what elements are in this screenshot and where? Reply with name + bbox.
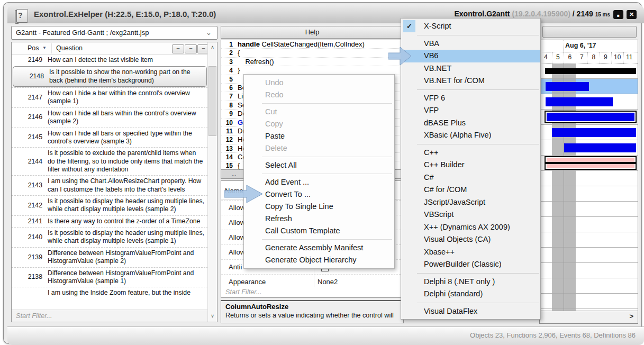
status-summary: Objects 23, Functions 2,906, Events 68, …	[470, 331, 636, 339]
question-row[interactable]: 2146How can I hide all bars within the c…	[12, 107, 208, 128]
menu-item-dbase-plus[interactable]: dBASE Plus	[401, 117, 540, 130]
menu-item-powerbuilder[interactable]: PowerBuilder (Classic)	[401, 258, 540, 271]
scroll-right-icon[interactable]: >	[629, 312, 633, 320]
minimize-button[interactable]: ■	[613, 10, 623, 19]
menu-item-generate-object-hierarchy[interactable]: Generate Object Hierarchy	[244, 254, 394, 266]
close-button[interactable]: ✕	[627, 10, 637, 19]
scrollbar-thumb[interactable]	[208, 66, 216, 136]
status-bar: Objects 23, Functions 2,906, Events 68, …	[7, 326, 644, 345]
code-line[interactable]: 2{	[221, 49, 403, 57]
menu-item-vbnet-com[interactable]: VB.NET for /COM	[401, 75, 540, 87]
menu-item-visual-dataflex[interactable]: Visual DataFlex	[401, 305, 540, 318]
gantt-bar-task[interactable]	[552, 128, 636, 137]
question-row-selected[interactable]: 2148Is it possible to show the non-worki…	[13, 66, 207, 87]
question-row[interactable]: 2140Is it possible to display the header…	[12, 227, 208, 247]
gantt-month-label: Aug 6, '17	[565, 42, 596, 49]
column-header-question[interactable]: Question	[56, 44, 83, 52]
menu-item-add-event[interactable]: Add Event ...	[244, 176, 394, 188]
question-row[interactable]: 2149How can I detect the last visible it…	[12, 55, 208, 66]
scroll-up-icon[interactable]: ∧	[208, 42, 217, 52]
gantt-bar-task[interactable]	[564, 143, 636, 152]
question-row-clipped[interactable]: I am using the Inside Zoom feature, but …	[12, 287, 208, 297]
question-mark-glyph: ?	[18, 11, 23, 20]
menu-item-visual-objects[interactable]: Visual Objects (CA)	[401, 233, 540, 246]
menu-item-vbnet[interactable]: VB.NET	[401, 62, 540, 75]
gantt-day-cell[interactable]: 7	[576, 52, 588, 63]
menu-item-csharp-com[interactable]: C# for /COM	[401, 184, 540, 196]
menu-item-vbscript[interactable]: VBScript	[401, 208, 540, 221]
gantt-hscrollbar[interactable]: >	[540, 311, 638, 323]
menu-item-delete[interactable]: Delete	[244, 142, 394, 155]
column-header-pos[interactable]: Pos	[28, 44, 39, 52]
menu-item-generate-assembly-manifest[interactable]: Generate Assembly Manifest	[244, 242, 394, 254]
menu-item-vfp[interactable]: VFP	[401, 104, 540, 117]
gantt-bar-task[interactable]	[546, 97, 613, 106]
code-line[interactable]: 3 Refresh()	[221, 58, 403, 66]
gantt-day-cell[interactable]: 5	[552, 52, 564, 63]
menu-item-copy-to-single-line[interactable]: Copy To Single Line	[244, 201, 394, 213]
menu-item-jscript[interactable]: JScript/JavaScript	[401, 196, 540, 209]
group-button-2[interactable]: –	[185, 44, 197, 53]
gantt-day-cell[interactable]: 11	[623, 52, 636, 63]
menu-item-x-script[interactable]: ✓ X-Script	[401, 20, 540, 33]
gantt-bar-summary[interactable]	[545, 156, 637, 170]
question-row[interactable]: 2139Difference between HistogramValueFro…	[12, 247, 208, 267]
menu-item-undo[interactable]: Undo	[244, 77, 394, 89]
group-button-1[interactable]: –	[172, 44, 184, 53]
menu-item-paste[interactable]: Paste	[244, 130, 394, 142]
menu-item-copy[interactable]: Copy	[244, 118, 394, 130]
menu-item-refresh[interactable]: Refresh	[244, 213, 394, 225]
menu-item-xpp-dynamics[interactable]: X++ (Dynamics AX 2009)	[401, 221, 540, 234]
menu-separator	[262, 103, 392, 104]
menu-item-vba[interactable]: VBA	[401, 38, 540, 50]
gantt-day-cell[interactable]: 10	[611, 52, 623, 63]
questions-table-header: Pos ▼ Question – – –	[12, 42, 208, 55]
menu-separator	[417, 273, 539, 274]
title-bar[interactable]: ? Exontrol.ExHelper (H:22.5, E:15.0, P:1…	[7, 5, 644, 23]
gantt-header-blank	[542, 26, 637, 38]
questions-filter-input[interactable]: Start Filter...	[12, 310, 208, 322]
menu-separator	[417, 35, 539, 35]
sample-selector-dropdown[interactable]: G2antt - Featured Grid-Gantt ; /exg2antt…	[11, 26, 217, 40]
question-row[interactable]: 2147How can I hide a bar within the cont…	[12, 87, 208, 107]
menu-item-delphi8[interactable]: Delphi 8 (.NET only )	[401, 276, 540, 288]
questions-table: Pos ▼ Question – – – 2149How can I detec…	[11, 42, 217, 322]
menu-item-delphi-standard[interactable]: Delphi (standard)	[401, 288, 540, 301]
property-description-title: ColumnAutoResize	[225, 303, 399, 311]
gantt-month-header[interactable]: Aug 6, '17	[540, 40, 638, 52]
menu-item-call-custom-template[interactable]: Call Custom Template	[244, 225, 394, 237]
question-row[interactable]: 2143I am using the Chart.AllowResizeChar…	[12, 175, 208, 195]
menu-item-vfp6[interactable]: VFP 6	[401, 92, 540, 105]
code-line[interactable]: 1handle CellStateChanged(Item,ColIndex)	[221, 40, 403, 49]
gantt-day-cell[interactable]: 6	[564, 52, 576, 63]
gantt-bar-black[interactable]	[545, 68, 636, 74]
window-title: Exontrol.ExHelper (H:22.5, E:15.0, P:18.…	[34, 10, 216, 19]
question-row[interactable]: 2138Difference between HistogramValueFro…	[12, 267, 208, 287]
question-row[interactable]: 2142Is it possible to display the header…	[12, 195, 208, 215]
menu-item-xbase[interactable]: Xbase++	[401, 246, 540, 259]
scroll-down-icon[interactable]: ∨	[208, 311, 217, 321]
question-row[interactable]: 2144Is it possible to exclude the parent…	[12, 147, 208, 175]
menu-separator	[417, 144, 539, 144]
menu-item-cpp-builder[interactable]: C++ Builder	[401, 159, 540, 171]
gantt-day-cell[interactable]: 8	[587, 52, 600, 63]
menu-separator	[262, 239, 392, 240]
gantt-day-cell[interactable]: 4	[540, 52, 552, 63]
gantt-bar-task[interactable]	[546, 82, 589, 91]
menu-item-cut[interactable]: Cut	[244, 106, 394, 118]
menu-item-cpp[interactable]: C++	[401, 147, 540, 159]
properties-filter-input[interactable]: Start Filter...	[221, 287, 403, 297]
gantt-chart: Aug 6, '17 4 5 6 7 8 9 10 11	[539, 40, 638, 324]
question-row[interactable]: 2141Is there any way to control the z-or…	[12, 215, 208, 227]
menu-item-xbasic[interactable]: XBasic (Alpha Five)	[401, 129, 540, 142]
menu-item-csharp[interactable]: C#	[401, 171, 540, 184]
questions-scrollbar[interactable]: ∧ ∨	[207, 42, 217, 322]
gantt-day-cell[interactable]: 9	[600, 52, 612, 63]
gantt-bar-framed-task[interactable]	[545, 111, 637, 123]
menu-item-select-all[interactable]: Select All	[244, 159, 394, 171]
menu-item-convert-to[interactable]: Convert To ...	[244, 188, 394, 201]
menu-item-vb6-highlighted[interactable]: VB6	[401, 50, 540, 62]
menu-item-redo[interactable]: Redo	[244, 89, 394, 101]
question-row[interactable]: 2145How can I hide all bars or specified…	[12, 128, 208, 148]
properties-column-name[interactable]: Name	[225, 187, 243, 195]
